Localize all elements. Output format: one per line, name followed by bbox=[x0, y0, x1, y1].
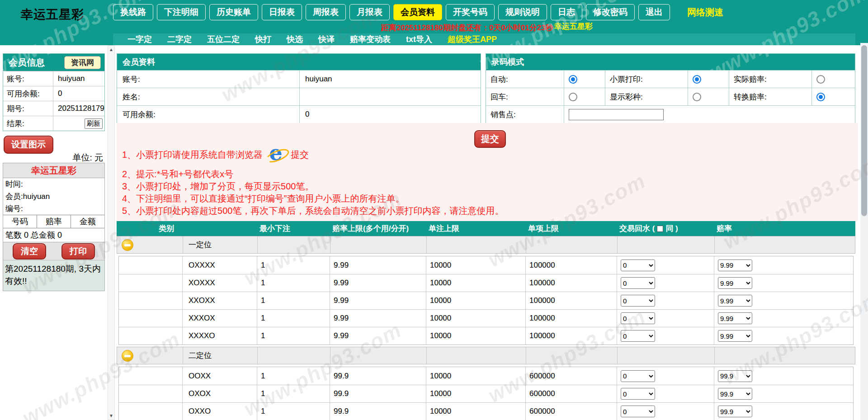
bet-summary: 笔数 0 总金额 0 bbox=[3, 228, 104, 242]
item-max: 100000 bbox=[525, 256, 617, 274]
auto-radio[interactable] bbox=[569, 75, 577, 84]
item-max: 100000 bbox=[525, 292, 617, 309]
receipt-print-radio[interactable] bbox=[693, 75, 701, 84]
header-item-max: 单项上限 bbox=[526, 223, 617, 234]
convert-odds-radio[interactable] bbox=[816, 93, 825, 101]
odds-limit: 99.9 bbox=[330, 367, 426, 385]
odds-select[interactable]: 99.9 bbox=[718, 388, 752, 400]
scroll-down-icon[interactable]: ▼ bbox=[108, 413, 114, 418]
odds-select[interactable]: 99.9 bbox=[718, 370, 752, 382]
group-name: 一定位 bbox=[183, 236, 257, 253]
rebate-select[interactable]: 0 bbox=[621, 260, 655, 271]
rebate-select[interactable]: 0 bbox=[621, 312, 655, 324]
subnav-odds-change-table[interactable]: 赔率变动表 bbox=[350, 34, 391, 45]
nav-daily-report[interactable]: 日报表 bbox=[262, 4, 302, 20]
odds-select[interactable]: 9.99 bbox=[718, 295, 752, 307]
network-speed-test-link[interactable]: 网络测速 bbox=[687, 6, 723, 19]
note-3: 3、小票打印处，增加了分页，每页显示500笔。 bbox=[122, 180, 314, 193]
single-max: 10000 bbox=[426, 256, 525, 274]
note-1: 1、小票打印请使用系统自带浏览器 提交 bbox=[122, 145, 309, 165]
collapse-icon[interactable] bbox=[122, 350, 133, 362]
member-info-title: 会员信息 bbox=[9, 57, 45, 69]
enter-radio[interactable] bbox=[569, 93, 577, 101]
nav-log[interactable]: 日志 bbox=[551, 4, 582, 20]
bet-col-odds: 赔率 bbox=[37, 215, 71, 228]
table-row: XXOXX 1 9.99 10000 100000 0 9.99 bbox=[119, 292, 853, 309]
collapse-icon[interactable] bbox=[122, 239, 133, 251]
info-site-button[interactable]: 资讯网 bbox=[64, 56, 101, 69]
submit-button[interactable]: 提交 bbox=[474, 130, 506, 148]
set-image-button[interactable]: 设置图示 bbox=[4, 136, 53, 154]
subnav-quick-pick[interactable]: 快选 bbox=[287, 34, 303, 45]
odds-select[interactable]: 9.99 bbox=[718, 312, 752, 324]
account-label: 账号: bbox=[3, 71, 53, 86]
subnav-super-app[interactable]: 超级奖王APP bbox=[448, 34, 497, 45]
nav-change-line[interactable]: 换线路 bbox=[113, 4, 153, 20]
refresh-button[interactable]: 刷新 bbox=[85, 118, 103, 129]
note-5: 5、小票打印处内容超过500笔，再次下单后，系统会自动清空之前小票打印内容，请注… bbox=[122, 205, 504, 217]
odds-limit: 9.99 bbox=[330, 327, 426, 344]
rebate-select[interactable]: 0 bbox=[621, 370, 655, 382]
balance-row: 可用余额: 0 bbox=[3, 86, 104, 101]
print-button[interactable]: 打印 bbox=[61, 243, 95, 260]
profile-balance-label: 可用余额: bbox=[117, 106, 299, 123]
nav-draw-numbers[interactable]: 开奖号码 bbox=[446, 4, 495, 20]
member-info-panel: 会员信息 资讯网 账号: huiyuan 可用余额: 0 期号: 2025112… bbox=[3, 53, 105, 131]
odds-select[interactable]: 9.99 bbox=[718, 260, 752, 271]
actual-odds-radio[interactable] bbox=[816, 75, 825, 84]
table-row: OXXO 1 99.9 10000 600000 0 99.9 bbox=[119, 402, 853, 420]
table-row: OXOX 1 99.9 10000 600000 0 99.9 bbox=[119, 385, 853, 402]
clear-button[interactable]: 清空 bbox=[13, 243, 46, 260]
bet-col-number: 号码 bbox=[3, 215, 37, 228]
countdown-prefix: 距离20251128180期封盘还有： bbox=[381, 24, 489, 32]
rebate-select[interactable]: 0 bbox=[621, 388, 655, 400]
odds-select[interactable]: 9.99 bbox=[718, 330, 752, 342]
convert-odds-label: 转换赔率: bbox=[729, 88, 811, 105]
odds-limit: 9.99 bbox=[330, 292, 426, 309]
note-4: 4、下注明细里，可以直接通过“打印编号”查询用户小票上的所有注单。 bbox=[122, 193, 404, 205]
rebate-select[interactable]: 0 bbox=[621, 330, 655, 342]
balance-value: 0 bbox=[53, 86, 104, 101]
rebate-select[interactable]: 0 bbox=[621, 295, 655, 307]
odds-limit: 9.99 bbox=[330, 274, 426, 292]
scrollbar-thumb[interactable] bbox=[861, 45, 867, 216]
actual-odds-label: 实际赔率: bbox=[729, 71, 811, 88]
rebate-select[interactable]: 0 bbox=[621, 277, 655, 289]
bet-validity-notice: 第20251128180期, 3天内有效!! bbox=[3, 260, 104, 291]
nav-history-bill[interactable]: 历史账单 bbox=[209, 4, 258, 20]
page-scrollbar[interactable] bbox=[860, 43, 868, 420]
nav-change-password[interactable]: 修改密码 bbox=[586, 4, 635, 20]
sales-point-input[interactable] bbox=[569, 109, 664, 120]
subnav-two-digit[interactable]: 二字定 bbox=[167, 34, 192, 45]
scroll-up-icon[interactable]: ▲ bbox=[108, 47, 114, 52]
nav-logout[interactable]: 退出 bbox=[638, 4, 670, 20]
subnav-txt-import[interactable]: txt导入 bbox=[406, 34, 432, 45]
nav-bet-detail[interactable]: 下注明细 bbox=[157, 4, 206, 20]
min-bet: 1 bbox=[257, 403, 330, 420]
inner-scrollbar[interactable]: ▲ ▼ bbox=[108, 45, 115, 420]
group-two-position: 二定位 OOXX 1 99.9 10000 600000 0 99.9 OXOX… bbox=[117, 347, 855, 420]
mode-row-2: 回车: 显示彩种: 转换赔率: bbox=[486, 88, 855, 105]
nav-weekly-report[interactable]: 周报表 bbox=[306, 4, 346, 20]
nav-monthly-report[interactable]: 月报表 bbox=[349, 4, 390, 20]
rebate-select[interactable]: 0 bbox=[621, 406, 655, 417]
nav-rules[interactable]: 规则说明 bbox=[498, 4, 547, 20]
subnav-five-two[interactable]: 五位二定 bbox=[207, 34, 240, 45]
group-header-row: 一定位 bbox=[117, 236, 855, 254]
rebate-same-checkbox[interactable] bbox=[657, 226, 663, 232]
group-name: 二定位 bbox=[183, 347, 257, 364]
member-info-header: 会员信息 资讯网 bbox=[3, 54, 104, 71]
nav-member-profile[interactable]: 会员资料 bbox=[393, 4, 442, 20]
min-bet: 1 bbox=[257, 310, 330, 327]
odds-select[interactable]: 99.9 bbox=[718, 406, 752, 417]
subnav-one-digit[interactable]: 一字定 bbox=[127, 34, 152, 45]
show-lottery-radio[interactable] bbox=[693, 93, 701, 101]
odds-table: 类别 最小下注 赔率上限(多个用/分开) 单注上限 单项上限 交易回水 (同 )… bbox=[117, 221, 855, 420]
bet-type: OXOX bbox=[182, 385, 257, 402]
bet-slip-panel: 幸运五星彩 时间: 会员:huiyuan 编号: 号码 赔率 金额 笔数 0 总… bbox=[3, 163, 105, 291]
min-bet: 1 bbox=[257, 327, 330, 344]
subnav-quick-translate[interactable]: 快译 bbox=[318, 34, 335, 45]
subnav-quick-type[interactable]: 快打 bbox=[255, 34, 271, 45]
min-bet: 1 bbox=[257, 256, 330, 274]
odds-select[interactable]: 9.99 bbox=[718, 277, 752, 289]
